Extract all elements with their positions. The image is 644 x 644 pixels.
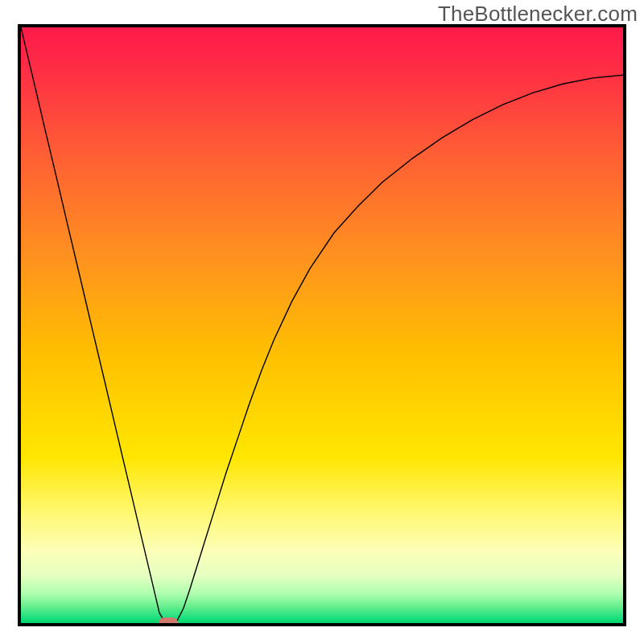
minimum-marker [159,617,178,623]
plot-border [18,24,626,626]
plot-area [21,27,623,623]
watermark-text: TheBottlenecker.com [438,2,638,27]
chart-svg [21,27,623,623]
gradient-background [21,27,623,623]
chart-frame: TheBottlenecker.com [0,0,644,644]
